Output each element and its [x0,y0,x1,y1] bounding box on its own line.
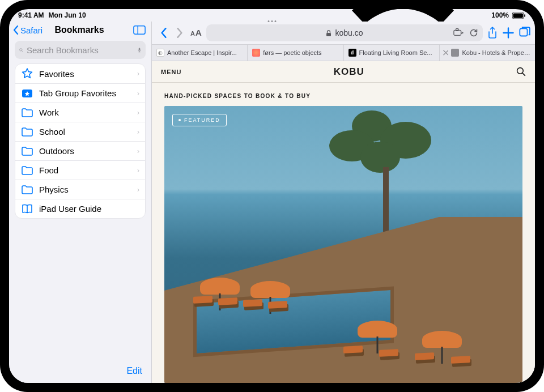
svg-line-16 [522,73,525,75]
favicon-icon: d [348,49,356,57]
bookmark-folder-school[interactable]: School › [15,122,145,141]
chevron-right-icon: › [137,70,139,78]
lock-icon [326,29,332,36]
bookmark-label: Tab Group Favorites [39,88,131,98]
chevron-left-icon [12,25,19,35]
nav-forward-button[interactable] [176,28,184,38]
tab-label: Floating Living Room Se... [359,49,432,56]
page-settings-icon[interactable]: AA [190,27,203,39]
site-search-icon[interactable] [516,67,526,76]
folder-icon [21,145,33,157]
dictation-icon[interactable] [138,45,141,55]
bookmarks-list: Favorites › Tab Group Favorites › Work › [15,63,146,219]
ipad-frame: 9:41 AM Mon Jun 10 100% Safari [0,0,544,392]
nav-back-button[interactable] [160,28,168,38]
bookmark-folder-food[interactable]: Food › [15,160,145,180]
svg-line-6 [22,50,23,52]
extensions-icon[interactable] [453,28,464,36]
reload-icon[interactable] [469,28,478,37]
battery-percent: 100% [491,11,509,19]
tab-floating-living-room[interactable]: d Floating Living Room Se... [344,45,440,61]
bookmark-label: Favorites [39,69,131,79]
star-icon [21,67,33,80]
chevron-right-icon: › [137,128,139,136]
deck-graphic [164,217,522,383]
bookmark-label: Food [39,165,131,175]
tab-label: Kobu - Hotels & Propert... [462,49,530,56]
chevron-right-icon: › [137,186,139,194]
svg-text:A: A [196,28,202,38]
address-text: kobu.co [335,28,363,37]
multitask-handle[interactable] [268,20,277,22]
svg-text:A: A [190,31,195,37]
featured-label: FEATURED [184,117,220,123]
bookmarks-sidebar: Safari Bookmarks [9,22,152,383]
bookmark-label: Physics [39,185,131,194]
sidebar-toggle-icon[interactable] [133,25,146,35]
content-area: AA kobu.co [152,22,535,383]
svg-rect-1 [513,13,522,18]
chevron-right-icon: › [137,167,139,174]
tab-kobu[interactable]: Kobu - Hotels & Propert... [440,45,535,61]
close-tab-icon[interactable] [443,50,449,56]
status-bar: 9:41 AM Mon Jun 10 100% [9,9,535,22]
svg-rect-14 [520,28,527,36]
svg-rect-7 [139,48,141,50]
bookmark-folder-work[interactable]: Work › [15,103,145,122]
site-menu-button[interactable]: MENU [161,69,181,75]
page-tagline: HAND-PICKED SPACES TO BOOK & TO BUY [152,83,535,106]
folder-icon [21,164,33,177]
chevron-right-icon: › [137,147,139,155]
edit-button[interactable]: Edit [9,360,151,383]
tab-label: førs — poetic objects [263,49,321,56]
favicon-icon [451,49,459,57]
hero-image[interactable]: FEATURED [164,106,522,383]
new-tab-icon[interactable] [502,27,515,39]
share-icon[interactable] [486,27,499,39]
bookmark-label: Work [39,108,131,117]
folder-icon [21,106,33,119]
address-bar[interactable]: kobu.co [206,24,483,41]
chevron-right-icon: › [137,90,139,97]
search-input[interactable] [27,45,134,55]
favicon-icon [252,49,260,57]
battery-icon [512,12,526,19]
featured-badge: FEATURED [172,114,227,126]
bookmark-label: Outdoors [39,146,131,156]
book-icon [21,203,33,215]
tab-label: Another Escape | Inspir... [167,49,237,56]
site-header: MENU KOBU [152,61,535,83]
tab-star-icon [21,87,33,100]
search-icon [19,46,23,54]
site-logo[interactable]: KOBU [334,66,364,78]
bookmark-folder-physics[interactable]: Physics › [15,180,145,199]
tab-strip: ◐ Another Escape | Inspir... førs — poet… [152,44,535,61]
tab-another-escape[interactable]: ◐ Another Escape | Inspir... [152,45,248,61]
bookmark-folder-outdoors[interactable]: Outdoors › [15,141,145,160]
webpage-content: MENU KOBU HAND-PICKED SPACES TO BOOK & T… [152,61,535,383]
bookmark-favorites[interactable]: Favorites › [15,64,145,83]
chevron-right-icon: › [137,109,139,117]
search-bookmarks-field[interactable] [15,41,146,59]
svg-rect-3 [134,26,145,35]
sidebar-title: Bookmarks [26,25,133,35]
folder-icon [21,184,33,196]
tab-fors[interactable]: førs — poetic objects [248,45,343,61]
bookmark-tab-group-favorites[interactable]: Tab Group Favorites › [15,83,145,103]
bookmark-label: School [39,127,131,137]
svg-rect-11 [326,33,331,36]
screen: 9:41 AM Mon Jun 10 100% Safari [9,9,535,383]
status-date: Mon Jun 10 [49,11,86,19]
bookmark-label: iPad User Guide [39,204,139,214]
svg-rect-13 [456,29,459,31]
status-time: 9:41 AM [18,11,44,19]
bookmark-ipad-user-guide[interactable]: iPad User Guide [15,199,145,218]
svg-rect-2 [524,14,525,17]
browser-toolbar: AA kobu.co [152,22,535,44]
tabs-overview-icon[interactable] [518,27,530,39]
favicon-icon: ◐ [156,49,164,57]
folder-icon [21,126,33,138]
